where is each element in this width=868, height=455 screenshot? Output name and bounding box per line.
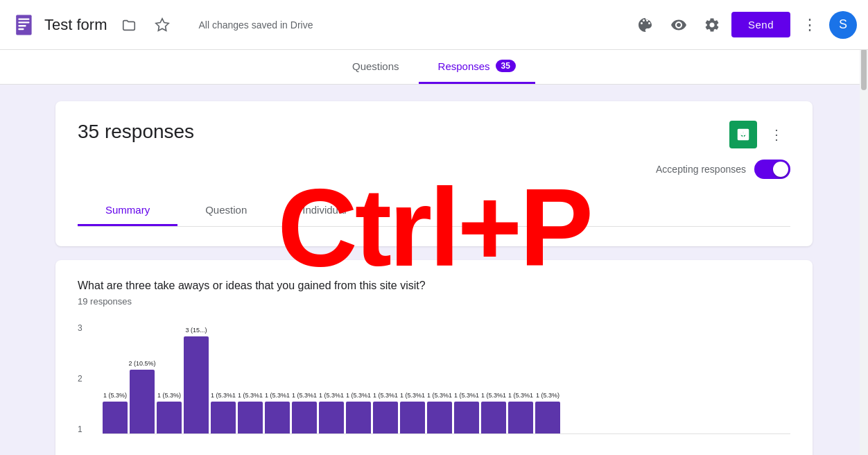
accepting-label: Accepting responses [656, 164, 746, 175]
bar [211, 402, 236, 433]
bar [238, 402, 263, 433]
bar [184, 336, 209, 433]
bar-group: 1 (5.3%1 [454, 392, 479, 433]
app-header: Test form All changes saved in Drive [0, 0, 868, 50]
card-more-button[interactable]: ⋮ [763, 121, 790, 148]
bar-value-label: 1 (5.3%1 [346, 392, 371, 399]
bar-value-label: 3 (15...) [185, 327, 207, 334]
bar-value-label: 1 (5.3%1 [481, 392, 506, 399]
bar-group: 1 (5.3%1 [319, 392, 344, 433]
bar [427, 402, 452, 433]
accepting-toggle[interactable] [754, 160, 790, 179]
bar-chart: 3 2 1 1 (5.3%)2 (10.5%)1 (5.3%)3 (15...)… [78, 323, 790, 448]
bar [400, 402, 425, 433]
main-content: 35 responses ⋮ Accepting responses [0, 85, 868, 455]
bar [454, 402, 479, 433]
bar-value-label: 1 (5.3%) [157, 392, 181, 399]
bar [103, 402, 128, 433]
bar-value-label: 1 (5.3%1 [400, 392, 425, 399]
user-avatar[interactable]: S [829, 11, 857, 39]
bar-group: 1 (5.3%1 [373, 392, 398, 433]
bar-value-label: 1 (5.3%1 [454, 392, 479, 399]
response-count: 35 responses [78, 121, 194, 143]
accepting-responses-row: Accepting responses [78, 160, 790, 179]
form-title: Test form [44, 16, 107, 34]
bar [292, 402, 317, 433]
bar [508, 402, 533, 433]
bar-value-label: 2 (10.5%) [128, 360, 155, 367]
summary-tabs: Summary Question Individual [78, 196, 790, 227]
question-chart-card: What are three take aways or ideas that … [55, 260, 813, 455]
card-actions: ⋮ [729, 121, 790, 148]
bar-group: 1 (5.3%1 [508, 392, 533, 433]
bar-group: 1 (5.3%) [157, 392, 182, 433]
tabs-bar: Questions Responses 35 [0, 50, 868, 85]
svg-marker-5 [156, 18, 168, 30]
bar [346, 402, 371, 433]
bar [130, 370, 155, 433]
tab-questions[interactable]: Questions [333, 50, 419, 84]
bar-value-label: 1 (5.3%) [103, 392, 127, 399]
bar-group: 1 (5.3%1 [211, 392, 236, 433]
toggle-knob [773, 162, 788, 177]
preview-button[interactable] [665, 11, 693, 39]
add-to-sheets-button[interactable] [729, 121, 757, 148]
bar [535, 402, 560, 433]
bar-value-label: 1 (5.3%1 [373, 392, 398, 399]
summary-tab-summary[interactable]: Summary [78, 196, 177, 226]
bar-group: 1 (5.3%) [535, 392, 560, 433]
question-title: What are three take aways or ideas that … [78, 280, 790, 292]
svg-rect-2 [18, 22, 29, 23]
bar-group: 1 (5.3%1 [427, 392, 452, 433]
chart-y-axis: 3 2 1 [78, 323, 83, 434]
settings-button[interactable] [698, 11, 726, 39]
app-icon [11, 11, 39, 39]
svg-rect-3 [18, 25, 26, 26]
bar-value-label: 1 (5.3%1 [238, 392, 263, 399]
bar-value-label: 1 (5.3%1 [508, 392, 533, 399]
bar-group: 1 (5.3%1 [292, 392, 317, 433]
scrollbar-thumb[interactable] [861, 49, 867, 90]
bar [157, 402, 182, 433]
bar [481, 402, 506, 433]
chart-response-count: 19 responses [78, 296, 790, 307]
folder-button[interactable] [115, 11, 143, 39]
bar-group: 3 (15...) [184, 327, 209, 433]
summary-tab-individual[interactable]: Individual [275, 196, 374, 226]
tab-responses[interactable]: Responses 35 [419, 50, 535, 84]
bar-value-label: 1 (5.3%1 [319, 392, 344, 399]
bar-value-label: 1 (5.3%1 [211, 392, 236, 399]
bar-value-label: 1 (5.3%) [536, 392, 559, 399]
bar-value-label: 1 (5.3%1 [265, 392, 290, 399]
card-header: 35 responses ⋮ [78, 121, 790, 148]
svg-rect-1 [18, 18, 29, 19]
bar-group: 2 (10.5%) [130, 360, 155, 433]
saved-status: All changes saved in Drive [198, 19, 313, 31]
send-button[interactable]: Send [731, 12, 790, 37]
header-right: Send ⋮ S [632, 11, 857, 39]
bar [319, 402, 344, 433]
more-options-button[interactable]: ⋮ [796, 11, 824, 39]
star-button[interactable] [148, 11, 176, 39]
header-left: Test form All changes saved in Drive [11, 11, 632, 39]
palette-button[interactable] [632, 11, 659, 39]
summary-tab-question[interactable]: Question [177, 196, 275, 226]
bar-group: 1 (5.3%1 [238, 392, 263, 433]
bar-group: 1 (5.3%1 [346, 392, 371, 433]
bar [265, 402, 290, 433]
bar-value-label: 1 (5.3%1 [427, 392, 452, 399]
bar [373, 402, 398, 433]
bar-group: 1 (5.3%1 [481, 392, 506, 433]
scrollbar[interactable] [860, 0, 868, 455]
svg-rect-4 [18, 28, 24, 29]
bar-group: 1 (5.3%1 [400, 392, 425, 433]
response-summary-card: 35 responses ⋮ Accepting responses [55, 101, 813, 246]
bar-group: 1 (5.3%) [103, 392, 128, 433]
bar-value-label: 1 (5.3%1 [292, 392, 317, 399]
chart-bars: 1 (5.3%)2 (10.5%)1 (5.3%)3 (15...)1 (5.3… [103, 323, 790, 434]
bar-group: 1 (5.3%1 [265, 392, 290, 433]
responses-badge: 35 [496, 60, 516, 72]
